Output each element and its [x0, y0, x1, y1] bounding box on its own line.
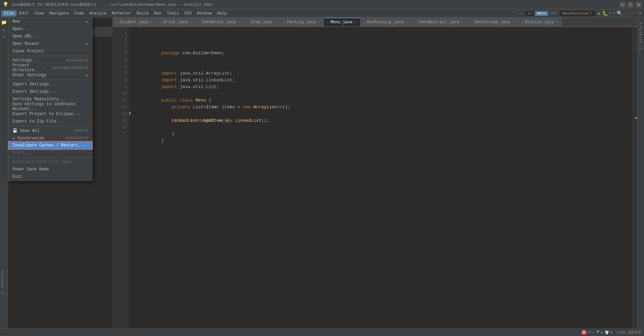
menubar: File Edit View Navigate Code Analyze Ref…	[0, 9, 644, 18]
favorites-sidebar[interactable]: 2: Favorites	[0, 269, 7, 296]
menu-open-recent[interactable]: Open Recent ▶	[8, 40, 92, 48]
menu-close-project[interactable]: Close Project	[8, 48, 92, 55]
menu-save-all[interactable]: 💾 Save All Ctrl+S	[8, 127, 92, 134]
push-icon[interactable]: ↑	[635, 11, 638, 16]
menu-export-eclipse[interactable]: Export Project to Eclipse...	[8, 110, 92, 118]
tab-testabstract[interactable]: ☕ TestAbstract.java ×	[411, 18, 467, 26]
tab-packing[interactable]: ☕ Packing.java ×	[280, 18, 324, 26]
structure-panel[interactable]: 2: Structure	[637, 18, 644, 336]
menu-file[interactable]: File	[1, 10, 17, 17]
menu-open-url[interactable]: Open URL...	[8, 33, 92, 40]
coverage-button[interactable]: ☂	[613, 11, 615, 16]
menu-view[interactable]: View	[32, 10, 47, 17]
minimize-button[interactable]: —	[620, 2, 625, 7]
layout-icon[interactable]: ⊞	[639, 11, 641, 16]
tab-station[interactable]: ☕ Station.java ×	[518, 18, 561, 26]
commit-icon[interactable]: ✓	[627, 11, 630, 16]
search-everywhere-icon[interactable]: 🔍	[617, 10, 622, 16]
code-line-15: }	[135, 124, 632, 131]
tab-boxpacking[interactable]: ☕ BoxPacking.java ×	[360, 18, 411, 26]
synchronize-label: ↺ Synchronize	[12, 136, 44, 141]
tab-teststream[interactable]: ☕ TestStream.java ×	[467, 18, 518, 26]
line-num: 7	[113, 70, 127, 77]
editor-area: ☕ Student.java × ☕ Drink.java × ☕ CokeDr…	[113, 18, 637, 336]
line-num: 5	[113, 57, 127, 63]
menu-build[interactable]: Build	[134, 10, 151, 17]
menu-print: Print...	[8, 149, 92, 157]
favorites-label: 2: Favorites	[0, 269, 5, 296]
code-line-4	[135, 50, 632, 57]
tray-item1: ⊞	[601, 330, 603, 335]
tab-dot-icon: ☕	[199, 20, 201, 24]
settings-icon[interactable]: ⚙	[555, 11, 557, 16]
project-icon[interactable]: 📁	[1, 19, 7, 26]
menu-export-zip[interactable]: Export to Zip File...	[8, 118, 92, 125]
close-button[interactable]: ✕	[636, 2, 641, 7]
window-controls[interactable]: — □ ✕	[620, 2, 641, 7]
update-icon[interactable]: ↓	[631, 11, 634, 16]
editor-content[interactable]: 1 2 3 4 5 6 7 8 9 10 11 12 13 14 15	[113, 27, 637, 329]
run-button[interactable]: ▶	[598, 10, 600, 16]
associate-file-type-label: Associate with File Type...	[12, 160, 78, 164]
tab-cokedrink[interactable]: ☕ CokeDrink.java ×	[195, 18, 244, 26]
code-line-2	[135, 36, 632, 43]
tab-item[interactable]: ☕ Item.java ×	[244, 18, 280, 26]
tab-close-icon[interactable]: ×	[355, 21, 357, 24]
tab-close-icon[interactable]: ×	[274, 20, 276, 24]
project-structure-label: Project Structure...	[12, 63, 52, 73]
menu-open[interactable]: Open...	[8, 25, 92, 33]
run-config-selector[interactable]: MainFunction ▼	[560, 11, 595, 16]
separator	[8, 56, 92, 56]
tab-close-icon[interactable]: ×	[190, 20, 192, 24]
tab-close-icon[interactable]: ×	[512, 20, 514, 24]
nav-back-icon[interactable]: ◀	[517, 11, 519, 16]
menu-project-structure[interactable]: Project Structure... Ctrl+Alt+Shift+S	[8, 64, 92, 72]
favorites-icon[interactable]: ★	[1, 26, 7, 33]
menu-new[interactable]: New ▶	[8, 18, 92, 25]
menu-exit[interactable]: Exit	[8, 173, 92, 180]
menu-code[interactable]: Code	[72, 10, 87, 17]
sync-icon[interactable]: ⚙	[551, 11, 553, 16]
tab-student[interactable]: ☕ Student.java ×	[113, 18, 156, 26]
menu-invalidate-caches[interactable]: Invalidate Caches / Restart...	[8, 142, 92, 149]
nav-forward-icon[interactable]: ▶	[521, 11, 523, 16]
exit-label: Exit	[12, 174, 22, 179]
tab-menu[interactable]: ☕ Menu.java ×	[324, 18, 360, 26]
menu-window[interactable]: Window	[194, 10, 214, 17]
titlebar: 💡 java基础练习 [D:\研究生文件夹\java基础练习] – ...\sr…	[0, 0, 644, 9]
git-icon[interactable]: ⑂	[624, 11, 626, 16]
code-line-3: package com.BuilderDemo;	[135, 43, 632, 50]
arrow-icon: ▶	[86, 20, 88, 24]
menu-navigate[interactable]: Navigate	[47, 10, 72, 17]
tab-close-icon[interactable]: ×	[461, 20, 463, 24]
menu-other-settings[interactable]: Other Settings ▶	[8, 72, 92, 79]
tab-close-icon[interactable]: ×	[318, 20, 320, 24]
menu-export-settings[interactable]: Export Settings...	[8, 88, 92, 95]
line-num: 1	[113, 30, 127, 36]
tab-drink[interactable]: ☕ Drink.java ×	[156, 18, 195, 26]
menu-sync-settings[interactable]: Sync Settings to JetBrains Account...	[8, 103, 92, 110]
tab-close-icon[interactable]: ×	[238, 20, 240, 24]
menu-refactor[interactable]: Refactor	[109, 10, 134, 17]
menu-run[interactable]: Run	[151, 10, 164, 17]
tab-close-icon[interactable]: ×	[556, 20, 558, 24]
menu-import-settings[interactable]: Import Settings...	[8, 81, 92, 88]
line-num: 8	[113, 77, 127, 84]
line-num: 6	[113, 63, 127, 70]
tab-close-icon[interactable]: ×	[405, 20, 408, 24]
menu-tools[interactable]: Tools	[164, 10, 182, 17]
profile-button[interactable]: ⚡	[609, 11, 612, 16]
debug-button[interactable]: 🐛	[602, 10, 608, 16]
export-eclipse-label: Export Project to Eclipse...	[12, 112, 81, 116]
maximize-button[interactable]: □	[628, 2, 633, 7]
menu-edit[interactable]: Edit	[17, 10, 32, 17]
menu-vcs[interactable]: VCS	[182, 10, 195, 17]
code-area[interactable]: package com.BuilderDemo; import java.uti…	[130, 27, 632, 329]
code-line-1	[135, 30, 632, 36]
tab-close-icon[interactable]: ×	[150, 20, 152, 24]
menu-analyze[interactable]: Analyze	[87, 10, 109, 17]
menu-help[interactable]: Help	[214, 10, 229, 17]
menu-synchronize[interactable]: ↺ Synchronize Ctrl+Alt+Y	[8, 134, 92, 142]
menu-power-save[interactable]: Power Save Mode	[8, 166, 92, 173]
structure-icon[interactable]: ≡	[1, 34, 7, 40]
